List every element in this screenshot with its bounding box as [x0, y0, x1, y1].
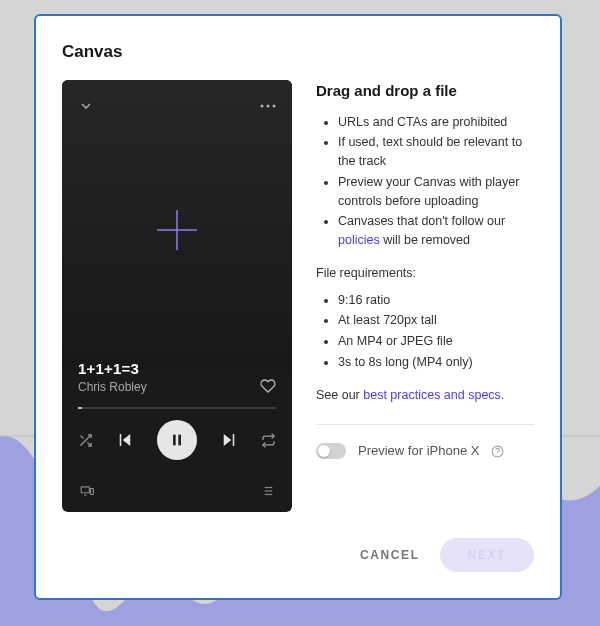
- canvas-upload-modal: Canvas 1+1+1=3 Chris Robley: [34, 14, 562, 600]
- pause-icon: [169, 432, 185, 448]
- svg-point-1: [261, 105, 264, 108]
- more-options-icon[interactable]: [260, 104, 276, 108]
- play-pause-button[interactable]: [157, 420, 197, 460]
- modal-body: 1+1+1=3 Chris Robley: [62, 80, 534, 512]
- canvas-info-panel: Drag and drop a file URLs and CTAs are p…: [316, 80, 534, 512]
- svg-line-8: [81, 435, 84, 438]
- section-divider: [316, 424, 534, 425]
- preview-track-title: 1+1+1=3: [78, 360, 147, 377]
- file-requirements-label: File requirements:: [316, 264, 534, 283]
- svg-marker-13: [224, 434, 232, 446]
- skip-back-icon[interactable]: [116, 431, 134, 449]
- svg-rect-12: [178, 435, 181, 446]
- preview-iphonex-toggle[interactable]: [316, 443, 346, 459]
- preview-progress-bar[interactable]: [78, 407, 276, 409]
- rule-item: Canvases that don't follow our policies …: [338, 212, 534, 250]
- svg-rect-14: [233, 434, 235, 446]
- svg-rect-15: [81, 487, 89, 493]
- heart-icon[interactable]: [260, 378, 276, 394]
- next-button[interactable]: NEXT: [440, 538, 534, 572]
- svg-rect-16: [91, 489, 94, 495]
- shuffle-icon[interactable]: [78, 433, 93, 448]
- svg-marker-9: [123, 434, 131, 446]
- preview-track-artist: Chris Robley: [78, 380, 147, 394]
- rule-item: Preview your Canvas with player controls…: [338, 173, 534, 211]
- modal-title: Canvas: [62, 42, 534, 62]
- preview-iphonex-label: Preview for iPhone X: [358, 441, 479, 461]
- file-req-item: 3s to 8s long (MP4 only): [338, 353, 534, 372]
- svg-point-3: [273, 105, 276, 108]
- info-heading: Drag and drop a file: [316, 80, 534, 103]
- modal-footer: CANCEL NEXT: [62, 538, 534, 572]
- file-req-item: An MP4 or JPEG file: [338, 332, 534, 351]
- best-practices-link[interactable]: best practices and specs.: [363, 388, 504, 402]
- rule-item: URLs and CTAs are prohibited: [338, 113, 534, 132]
- queue-icon[interactable]: [260, 484, 274, 498]
- svg-rect-10: [120, 434, 122, 446]
- chevron-down-icon[interactable]: [78, 98, 94, 114]
- help-icon[interactable]: [491, 445, 504, 458]
- skip-forward-icon[interactable]: [220, 431, 238, 449]
- cancel-button[interactable]: CANCEL: [360, 548, 420, 562]
- add-canvas-dropzone-icon[interactable]: [152, 205, 202, 259]
- devices-icon[interactable]: [80, 484, 94, 498]
- canvas-rules-list: URLs and CTAs are prohibited If used, te…: [316, 113, 534, 250]
- svg-rect-11: [173, 435, 176, 446]
- canvas-phone-preview: 1+1+1=3 Chris Robley: [62, 80, 292, 512]
- policies-link[interactable]: policies: [338, 233, 380, 247]
- see-specs-line: See our best practices and specs.: [316, 386, 534, 405]
- repeat-icon[interactable]: [261, 433, 276, 448]
- rule-item: If used, text should be relevant to the …: [338, 133, 534, 171]
- file-req-item: At least 720px tall: [338, 311, 534, 330]
- file-req-item: 9:16 ratio: [338, 291, 534, 310]
- svg-point-2: [267, 105, 270, 108]
- file-requirements-list: 9:16 ratio At least 720px tall An MP4 or…: [316, 291, 534, 372]
